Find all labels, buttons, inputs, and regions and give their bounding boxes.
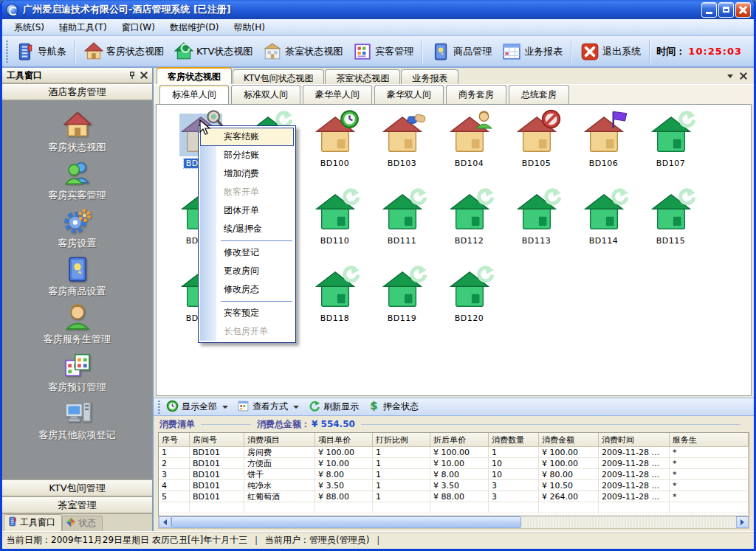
context-menu-item[interactable]: 部分结账	[200, 146, 294, 164]
toolbar-button[interactable]	[649, 40, 650, 63]
context-menu-item[interactable]: 散客开单	[200, 183, 294, 201]
table-header-cell[interactable]: 消费数量	[489, 433, 539, 446]
room-item[interactable]: BD111	[368, 191, 436, 261]
table-header-cell[interactable]: 房间号	[190, 433, 244, 446]
table-cell: ¥ 80.00	[539, 469, 599, 479]
room-type-tab[interactable]: 标准双人间	[231, 85, 300, 104]
table-row[interactable]: 4BD101纯净水¥ 3.501¥ 3.503¥ 10.502009-11-28…	[159, 480, 749, 491]
tab-scroll-down-icon[interactable]	[724, 70, 736, 82]
room-item[interactable]: BD118	[301, 268, 368, 339]
minimize-button[interactable]	[701, 2, 717, 18]
toolbar-button[interactable]: 退出系统	[575, 40, 646, 63]
room-item[interactable]: BD114	[570, 191, 637, 261]
context-menu-item[interactable]: 更改房间	[200, 262, 294, 280]
toolbar-button[interactable]: 业务报表	[497, 40, 568, 63]
room-type-tab[interactable]: 商务套房	[446, 85, 506, 104]
sidebar-close-icon[interactable]	[138, 70, 149, 81]
context-menu-item[interactable]: 增加消费	[200, 164, 294, 183]
table-header-cell[interactable]: 序号	[159, 433, 190, 446]
view-tab[interactable]: KTV包间状态视图	[233, 69, 324, 84]
room-item[interactable]: BD107	[637, 114, 704, 184]
table-row[interactable]: 2BD101方便面¥ 10.001¥ 10.0010¥ 100.002009-1…	[159, 458, 749, 469]
room-item[interactable]: BD100	[301, 114, 368, 184]
sidebar-group-hotel-rooms[interactable]: 酒店客房管理	[2, 83, 152, 100]
sidebar-item[interactable]: 客房服务生管理	[15, 302, 140, 349]
room-item[interactable]: BD112	[436, 191, 503, 261]
room-type-tab[interactable]: 豪华单人间	[303, 85, 372, 104]
action-button[interactable]: 刷新显示	[305, 398, 365, 416]
table-header-cell[interactable]: 项目单价	[315, 433, 373, 446]
toolbar-button-label: 导航条	[38, 45, 66, 58]
room-item[interactable]: BD119	[368, 268, 436, 339]
toolbar-button[interactable]: 宾客管理	[348, 40, 419, 63]
toolbar-button[interactable]: 导航条	[10, 40, 72, 63]
toolbar-button[interactable]	[571, 40, 572, 63]
context-menu-item[interactable]: 修改登记	[200, 243, 294, 262]
room-type-tab[interactable]: 标准单人间	[159, 85, 229, 104]
table-header-cell[interactable]: 折后单价	[430, 433, 489, 446]
context-menu-item[interactable]: 长包房开单	[200, 322, 294, 341]
toolbar-button[interactable]	[75, 40, 76, 63]
table-header-cell[interactable]: 消费项目	[244, 433, 315, 446]
sidebar-item[interactable]: 客房状态视图	[15, 111, 140, 157]
context-menu-item[interactable]: 续/退押金	[200, 220, 294, 238]
view-tab[interactable]: 客房状态视图	[157, 67, 232, 84]
toolbar-button[interactable]: 商品管理	[426, 40, 497, 63]
sidebar-item[interactable]: 客房其他款项登记	[15, 398, 140, 445]
pin-icon[interactable]	[127, 70, 138, 81]
sidebar-item[interactable]: 客房宾客管理	[15, 159, 140, 205]
context-menu-item[interactable]: 团体开单	[200, 201, 294, 220]
table-header-cell[interactable]: 消费金额	[539, 433, 599, 446]
room-item[interactable]: BD104	[436, 114, 503, 184]
table-row[interactable]: 1BD101房间费¥ 100.001¥ 100.001¥ 100.002009-…	[159, 447, 749, 458]
toolbar-button[interactable]: 客房状态视图	[79, 40, 169, 63]
sidebar-item[interactable]: 客房商品设置	[15, 254, 140, 301]
sidebar-item[interactable]: 客房设置	[15, 207, 140, 253]
scroll-left-arrow-icon[interactable]	[159, 516, 171, 528]
room-item[interactable]: BD105	[503, 114, 570, 184]
context-menu-item[interactable]: 修改房态	[200, 280, 294, 299]
sidebar-bottom-tab[interactable]: 状态	[62, 516, 103, 531]
room-item[interactable]: BD110	[301, 191, 368, 261]
room-type-tab[interactable]: 总统套房	[509, 85, 569, 104]
room-item[interactable]: BD103	[368, 114, 436, 184]
room-item[interactable]: BD106	[570, 114, 637, 184]
view-tab[interactable]: 茶室状态视图	[325, 69, 400, 84]
table-header-cell[interactable]: 消费时间	[599, 433, 670, 446]
status-bar-segment: 当前日期：2009年11月29日星期日 农历己丑[牛]年十月十三	[7, 534, 247, 547]
room-item[interactable]: BD115	[637, 191, 704, 261]
maximize-button[interactable]	[718, 2, 734, 18]
sidebar-item[interactable]: 客房预订管理	[15, 350, 140, 397]
table-row[interactable]: 5BD101红葡萄酒¥ 88.001¥ 88.003¥ 264.002009-1…	[159, 491, 749, 502]
sidebar-group-bar[interactable]: KTV包间管理	[2, 479, 152, 496]
tab-close-icon[interactable]	[738, 70, 749, 82]
context-menu-item[interactable]	[221, 301, 292, 302]
context-menu-item[interactable]: 宾客结账	[200, 128, 294, 146]
sidebar-bottom-tab[interactable]: 工具窗口	[4, 514, 62, 531]
sidebar-group-bar[interactable]: 茶室管理	[2, 496, 152, 513]
scroll-right-arrow-icon[interactable]	[736, 516, 749, 528]
menu-item[interactable]: 窗口(W)	[114, 20, 162, 35]
menu-item[interactable]: 辅助工具(T)	[52, 20, 114, 35]
context-menu-item[interactable]: 宾客预定	[200, 304, 294, 322]
scrollbar-thumb[interactable]	[171, 516, 521, 528]
table-header-cell[interactable]: 服务生	[670, 433, 749, 446]
toolbar-button[interactable]: KTV状态视图	[169, 40, 258, 63]
menu-item[interactable]: 数据维护(D)	[162, 20, 227, 35]
action-button[interactable]: $ 押金状态	[365, 398, 425, 416]
view-tab[interactable]: 业务报表	[401, 69, 458, 84]
menu-item[interactable]: 帮助(H)	[227, 20, 272, 35]
table-header-cell[interactable]: 打折比例	[373, 433, 430, 446]
action-button[interactable]: 查看方式	[234, 398, 305, 416]
room-item[interactable]: BD120	[436, 268, 503, 339]
toolbar-button[interactable]: 茶室状态视图	[258, 40, 348, 63]
close-button[interactable]	[735, 2, 751, 18]
room-type-tab[interactable]: 豪华双人间	[374, 85, 444, 104]
context-menu-item[interactable]	[221, 240, 292, 241]
table-row[interactable]: 3BD101饼干¥ 8.001¥ 8.0010¥ 80.002009-11-28…	[159, 469, 749, 480]
scrollbar-track[interactable]	[171, 516, 736, 528]
menu-item[interactable]: 系统(S)	[7, 20, 52, 35]
toolbar-button[interactable]	[422, 40, 423, 63]
action-button[interactable]: 显示全部	[163, 398, 234, 416]
room-item[interactable]: BD113	[503, 191, 570, 261]
